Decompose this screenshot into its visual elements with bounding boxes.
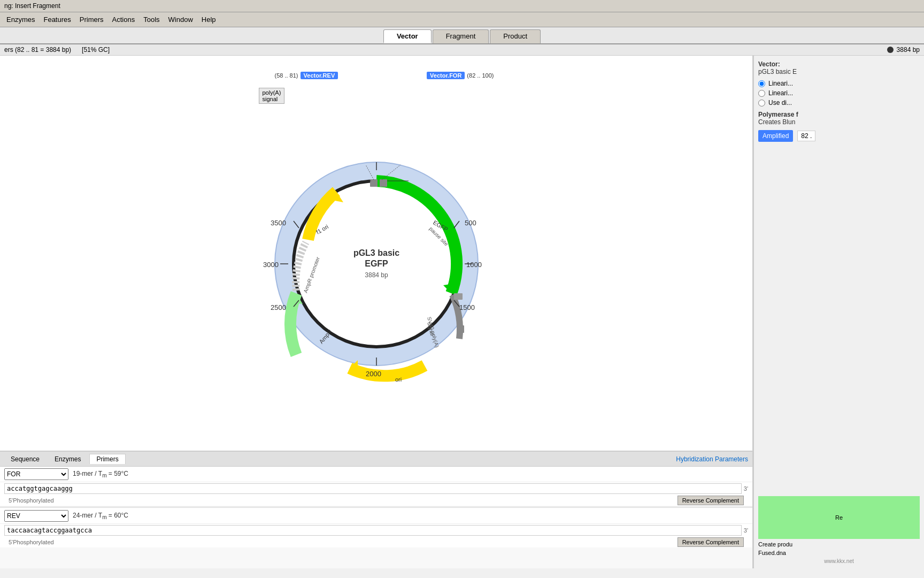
menu-bar: Enzymes Features Primers Actions Tools W…: [0, 12, 924, 27]
tab-product[interactable]: Product: [490, 29, 541, 43]
svg-text:500: 500: [465, 219, 476, 227]
svg-text:ori: ori: [395, 376, 402, 383]
radio-linearize-2[interactable]: [758, 90, 765, 97]
radio-label-2: Lineari...: [768, 89, 793, 97]
radio-label-1: Lineari...: [768, 80, 793, 87]
window-title: ng: Insert Fragment: [4, 2, 60, 10]
primer1-mer: 19-mer / Tm = 59°C: [73, 470, 128, 478]
gc-content: [51% GC]: [82, 46, 110, 54]
primer2-select[interactable]: REV: [4, 510, 68, 522]
svg-rect-4: [454, 293, 463, 300]
bp-count: 3884 bp: [897, 46, 920, 54]
radio-linearize-3[interactable]: [758, 100, 765, 107]
vector-value: pGL3 basic E: [758, 68, 920, 75]
primer1-phospho: 5'Phosphorylated: [4, 496, 58, 505]
watermark: www.kkx.net: [758, 558, 920, 564]
polymerase-label: Polymerase f: [758, 111, 920, 118]
plasmid-svg: 500 1000 1500 2000 2500 3000 3500 EGFP p…: [243, 135, 510, 387]
primer2-rev-comp-btn[interactable]: Reverse Complement: [677, 537, 744, 547]
primer1-phospho-row: 5'Phosphorylated Reverse Complement: [0, 495, 752, 506]
menu-features[interactable]: Features: [39, 14, 75, 25]
right-bottom: Re Create produ Fused.dna www.kkx.net: [758, 496, 920, 564]
menu-help[interactable]: Help: [197, 14, 220, 25]
fused-label: Fused.dna: [758, 550, 920, 556]
primer1-sequence[interactable]: [4, 483, 742, 494]
primer2-sequence[interactable]: [4, 525, 742, 536]
tab-enzymes[interactable]: Enzymes: [48, 454, 87, 464]
radio-row-1[interactable]: Lineari...: [758, 80, 920, 87]
vector-label: Vector:: [758, 60, 780, 68]
tab-vector[interactable]: Vector: [383, 29, 432, 43]
svg-text:3000: 3000: [263, 261, 279, 269]
radio-label-3: Use di...: [768, 99, 792, 107]
svg-rect-10: [457, 325, 464, 333]
rev-range-label: (58 .. 81): [275, 72, 298, 79]
primer2-row: REV 24-mer / Tm = 60°C: [0, 508, 752, 524]
for-range-label: (82 .. 100): [467, 72, 494, 79]
radio-row-2[interactable]: Lineari...: [758, 89, 920, 97]
svg-text:3500: 3500: [271, 219, 286, 227]
menu-primers[interactable]: Primers: [75, 14, 108, 25]
primer1-row: FOR 19-mer / Tm = 59°C: [0, 467, 752, 482]
tab-fragment[interactable]: Fragment: [433, 29, 489, 43]
primer2-seq-row: 3': [0, 524, 752, 537]
primer2-3prime: 3': [744, 527, 748, 534]
radio-linearize-1[interactable]: [758, 80, 765, 87]
primer1-seq-row: 3': [0, 482, 752, 495]
bottom-tabs: Sequence Enzymes Primers Hybridization P…: [0, 452, 752, 467]
left-panel: (58 .. 81) Vector.REV Vector.FOR (82 .. …: [0, 56, 753, 568]
svg-text:3884 bp: 3884 bp: [365, 271, 388, 279]
for-primer-badge[interactable]: Vector.FOR: [427, 72, 465, 79]
primer1-3prime: 3': [744, 485, 748, 492]
tab-primers-bottom[interactable]: Primers: [89, 454, 125, 464]
bottom-panel: Sequence Enzymes Primers Hybridization P…: [0, 451, 752, 568]
svg-text:EGFP: EGFP: [365, 259, 388, 268]
hybridization-link[interactable]: Hybridization Parameters: [676, 455, 748, 463]
menu-tools[interactable]: Tools: [139, 14, 164, 25]
svg-text:2000: 2000: [366, 370, 381, 378]
svg-text:2500: 2500: [271, 303, 286, 311]
primer1-select[interactable]: FOR: [4, 468, 68, 480]
radio-group: Lineari... Lineari... Use di...: [758, 80, 920, 107]
svg-text:1500: 1500: [459, 303, 475, 311]
green-preview-box: Re: [758, 496, 920, 539]
amplified-value: 82 .: [797, 131, 815, 141]
create-product-label: Create produ: [758, 541, 920, 547]
primers-info: ers (82 .. 81 = 3884 bp): [4, 46, 71, 54]
primer1-rev-comp-btn[interactable]: Reverse Complement: [677, 496, 744, 505]
svg-text:pGL3 basic: pGL3 basic: [353, 248, 399, 257]
polymerase-value: Creates Blun: [758, 118, 920, 126]
svg-rect-9: [380, 179, 387, 187]
primer2-mer: 24-mer / Tm = 60°C: [73, 512, 128, 520]
right-panel: Vector: pGL3 basic E Lineari... Lineari.…: [753, 56, 924, 568]
svg-rect-8: [370, 179, 378, 187]
primer2-phospho-row: 5'Phosphorylated Reverse Complement: [0, 537, 752, 547]
menu-enzymes[interactable]: Enzymes: [2, 14, 39, 25]
tab-bar: Vector Fragment Product: [0, 27, 924, 44]
amplified-button[interactable]: Amplified: [758, 130, 793, 142]
plasmid-area: (58 .. 81) Vector.REV Vector.FOR (82 .. …: [0, 56, 752, 451]
rev-primer-badge[interactable]: Vector.REV: [301, 72, 338, 79]
primer2-phospho: 5'Phosphorylated: [4, 538, 58, 546]
info-bar: ers (82 .. 81 = 3884 bp) [51% GC] 3884 b…: [0, 44, 924, 56]
re-label: Re: [835, 514, 843, 521]
poly-signal-label: poly(A) signal: [259, 88, 285, 104]
menu-window[interactable]: Window: [164, 14, 197, 25]
tab-sequence[interactable]: Sequence: [4, 454, 46, 464]
radio-row-3[interactable]: Use di...: [758, 99, 920, 107]
main-content: (58 .. 81) Vector.REV Vector.FOR (82 .. …: [0, 56, 924, 568]
svg-text:1000: 1000: [466, 261, 482, 269]
title-bar: ng: Insert Fragment: [0, 0, 924, 12]
menu-actions[interactable]: Actions: [108, 14, 140, 25]
